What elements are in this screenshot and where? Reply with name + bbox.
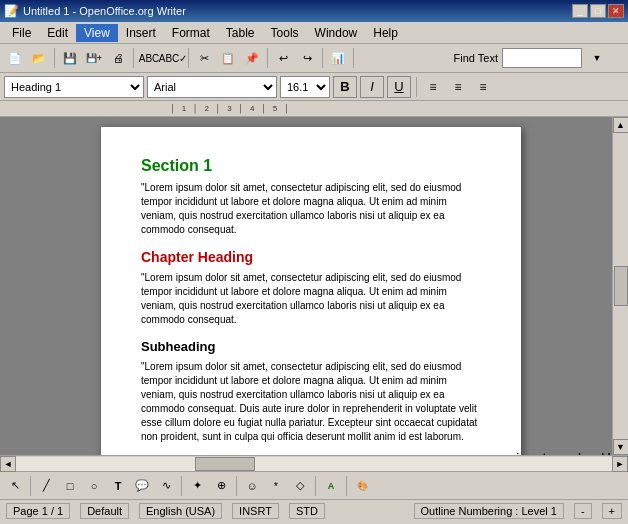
save-button[interactable]: 💾 bbox=[59, 47, 81, 69]
callout-tool[interactable]: 💬 bbox=[131, 475, 153, 497]
content-area: │ 1 │ 2 │ 3 │ 4 │ 5 │ Section 1 "Lorem i… bbox=[0, 101, 628, 471]
scroll-up-button[interactable]: ▲ bbox=[613, 117, 629, 133]
italic-button[interactable]: I bbox=[360, 76, 384, 98]
sep5 bbox=[322, 48, 323, 68]
sep-fmt bbox=[416, 77, 417, 97]
horizontal-scrollbar[interactable]: ◄ ► bbox=[0, 455, 628, 471]
bold-button[interactable]: B bbox=[333, 76, 357, 98]
draw-sep5 bbox=[346, 476, 347, 496]
arrow-tool[interactable]: ↖ bbox=[4, 475, 26, 497]
style-select[interactable]: Heading 1 bbox=[4, 76, 144, 98]
titlebar-left: 📝 Untitled 1 - OpenOffice.org Writer bbox=[4, 4, 186, 18]
rect-tool[interactable]: □ bbox=[59, 475, 81, 497]
draw-sep1 bbox=[30, 476, 31, 496]
flowchart-tool[interactable]: ◇ bbox=[289, 475, 311, 497]
document-page: Section 1 "Lorem ipsum dolor sit amet, c… bbox=[101, 127, 521, 455]
find-text-label: Find Text bbox=[454, 52, 498, 64]
app-icon: 📝 bbox=[4, 4, 19, 18]
ruler-top: │ 1 │ 2 │ 3 │ 4 │ 5 │ bbox=[0, 101, 628, 117]
fontwork-tool[interactable]: A bbox=[320, 475, 342, 497]
section1-body: "Lorem ipsum dolor sit amet, consectetur… bbox=[141, 181, 481, 237]
chapter-body: "Lorem ipsum dolor sit amet, consectetur… bbox=[141, 271, 481, 327]
ruler-marks: │ 1 │ 2 │ 3 │ 4 │ 5 │ bbox=[170, 104, 289, 113]
chapter-heading: Chapter Heading bbox=[141, 249, 481, 265]
menu-edit[interactable]: Edit bbox=[39, 24, 76, 42]
find-text-area: Find Text ▼ bbox=[454, 47, 608, 69]
find-text-input[interactable] bbox=[502, 48, 582, 68]
status-style: Default bbox=[80, 503, 129, 519]
font-select[interactable]: Arial bbox=[147, 76, 277, 98]
menu-window[interactable]: Window bbox=[307, 24, 366, 42]
status-outline: Outline Numbering : Level 1 bbox=[414, 503, 564, 519]
draw-sep4 bbox=[315, 476, 316, 496]
zoom-out-button[interactable]: - bbox=[574, 503, 592, 519]
spellcheck2-button[interactable]: ABC✓ bbox=[162, 47, 184, 69]
underline-button[interactable]: U bbox=[387, 76, 411, 98]
size-select[interactable]: 16.1 bbox=[280, 76, 330, 98]
vertical-scrollbar[interactable]: ▲ ▼ bbox=[612, 117, 628, 455]
bottom-toolbar: ↖ ╱ □ ○ T 💬 ∿ ✦ ⊕ ☺ * ◇ A 🎨 bbox=[0, 471, 628, 499]
menu-tools[interactable]: Tools bbox=[263, 24, 307, 42]
cut-button[interactable]: ✂ bbox=[193, 47, 215, 69]
status-insrt[interactable]: INSRT bbox=[232, 503, 279, 519]
find-toolbar-expand[interactable]: ▼ bbox=[586, 47, 608, 69]
format-toolbar: Heading 1 Arial 16.1 B I U ≡ ≡ ≡ bbox=[0, 73, 628, 101]
align-left-button[interactable]: ≡ bbox=[422, 76, 444, 98]
minimize-button[interactable]: _ bbox=[572, 4, 588, 18]
draw-sep3 bbox=[236, 476, 237, 496]
h-scroll-thumb[interactable] bbox=[195, 457, 255, 471]
close-button[interactable]: ✕ bbox=[608, 4, 624, 18]
print-button[interactable]: 🖨 bbox=[107, 47, 129, 69]
toolbar1-area: 📄 📂 💾 💾+ 🖨 ABC ABC✓ ✂ 📋 📌 ↩ ↪ 📊 Find Tex… bbox=[0, 44, 628, 73]
menu-help[interactable]: Help bbox=[365, 24, 406, 42]
curve-tool[interactable]: ∿ bbox=[155, 475, 177, 497]
redo-button[interactable]: ↪ bbox=[296, 47, 318, 69]
align-right-button[interactable]: ≡ bbox=[472, 76, 494, 98]
color-fill-button[interactable]: 🎨 bbox=[351, 475, 373, 497]
scroll-right-button[interactable]: ► bbox=[612, 456, 628, 472]
text-tool[interactable]: T bbox=[107, 475, 129, 497]
menubar: File Edit View Insert Format Table Tools… bbox=[0, 22, 628, 44]
status-page: Page 1 / 1 bbox=[6, 503, 70, 519]
left-margin bbox=[0, 117, 10, 455]
undo-button[interactable]: ↩ bbox=[272, 47, 294, 69]
line-tool[interactable]: ╱ bbox=[35, 475, 57, 497]
align-center-button[interactable]: ≡ bbox=[447, 76, 469, 98]
paste-button[interactable]: 📌 bbox=[241, 47, 263, 69]
page-break-label: insert page break! bbox=[516, 451, 611, 455]
open-button[interactable]: 📂 bbox=[28, 47, 50, 69]
sep4 bbox=[267, 48, 268, 68]
section1-heading: Section 1 bbox=[141, 157, 481, 175]
document-area[interactable]: Section 1 "Lorem ipsum dolor sit amet, c… bbox=[10, 117, 612, 455]
sep2 bbox=[133, 48, 134, 68]
save-as-button[interactable]: 💾+ bbox=[83, 47, 105, 69]
menu-format[interactable]: Format bbox=[164, 24, 218, 42]
draw-sep2 bbox=[181, 476, 182, 496]
zoom-in-button[interactable]: + bbox=[602, 503, 622, 519]
sep1 bbox=[54, 48, 55, 68]
scroll-thumb[interactable] bbox=[614, 266, 628, 306]
titlebar-buttons: _ □ ✕ bbox=[572, 4, 624, 18]
menu-file[interactable]: File bbox=[4, 24, 39, 42]
menu-insert[interactable]: Insert bbox=[118, 24, 164, 42]
spellcheck-button[interactable]: ABC bbox=[138, 47, 160, 69]
scroll-down-button[interactable]: ▼ bbox=[613, 439, 629, 455]
smiley-tool[interactable]: ☺ bbox=[241, 475, 263, 497]
symbol-tool[interactable]: * bbox=[265, 475, 287, 497]
ellipse-tool[interactable]: ○ bbox=[83, 475, 105, 497]
menu-table[interactable]: Table bbox=[218, 24, 263, 42]
points-tool[interactable]: ✦ bbox=[186, 475, 208, 497]
chart-button[interactable]: 📊 bbox=[327, 47, 349, 69]
window-title: Untitled 1 - OpenOffice.org Writer bbox=[23, 5, 186, 17]
sep6 bbox=[353, 48, 354, 68]
statusbar: Page 1 / 1 Default English (USA) INSRT S… bbox=[0, 499, 628, 521]
copy-button[interactable]: 📋 bbox=[217, 47, 239, 69]
status-std: STD bbox=[289, 503, 325, 519]
maximize-button[interactable]: □ bbox=[590, 4, 606, 18]
menu-view[interactable]: View bbox=[76, 24, 118, 42]
scroll-left-button[interactable]: ◄ bbox=[0, 456, 16, 472]
gluepoint-tool[interactable]: ⊕ bbox=[210, 475, 232, 497]
new-button[interactable]: 📄 bbox=[4, 47, 26, 69]
scroll-content: Section 1 "Lorem ipsum dolor sit amet, c… bbox=[0, 117, 628, 455]
subheading-body: "Lorem ipsum dolor sit amet, consectetur… bbox=[141, 360, 481, 444]
